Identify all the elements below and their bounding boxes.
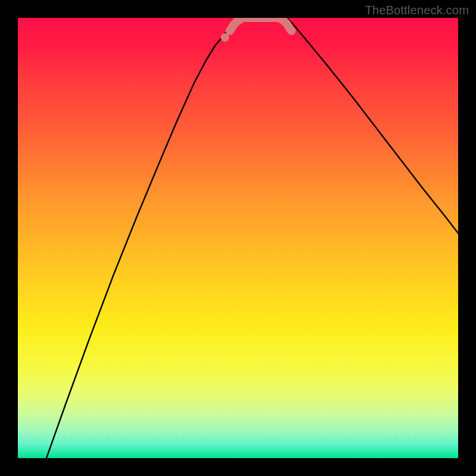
curves-svg bbox=[18, 18, 458, 458]
highlight-dot bbox=[221, 33, 229, 42]
left-curve bbox=[46, 18, 239, 458]
right-curve bbox=[287, 18, 458, 233]
watermark-label: TheBottleneck.com bbox=[365, 4, 469, 17]
chart-frame: TheBottleneck.com bbox=[0, 0, 476, 476]
plot-area bbox=[18, 18, 458, 458]
highlight-segment bbox=[230, 18, 292, 31]
